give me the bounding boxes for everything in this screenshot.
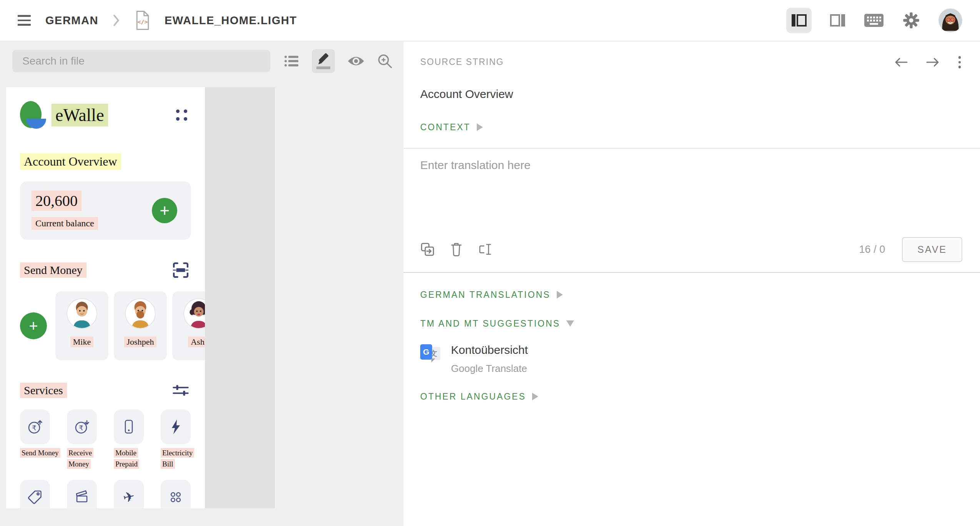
arrow-right-icon[interactable] [925,56,940,68]
expand-right-triangle-icon [532,393,538,400]
divider [403,148,980,149]
breadcrumb: GERMAN </> EWALLE_HOME.LIGHT [17,10,297,30]
google-translate-icon: 文 G [420,343,440,363]
source-text: Account Overview [420,88,963,101]
panel-left-icon[interactable] [786,8,812,33]
edit-pencil-icon[interactable] [312,49,335,73]
svg-text:</>: </> [138,18,148,25]
balance-card: 20,600 Current balance + [20,181,191,240]
contact-card-mike[interactable]: Mike [55,291,108,360]
contact-card-ashley[interactable]: Ashl [172,291,205,360]
zoom-in-icon[interactable] [377,53,393,69]
grid-dots-icon[interactable] [176,110,187,121]
services-string[interactable]: Services [20,383,67,398]
other-languages-label: OTHER LANGUAGES [420,392,526,402]
cashback-tag-icon [20,480,50,508]
service-label: Send Money [20,448,60,458]
electricity-icon [161,410,191,444]
contact-name: Ashl [188,337,205,347]
add-balance-button[interactable]: + [152,198,177,223]
suggestion-text: Kontoübersicht [451,343,528,357]
service-label: Receive Money [67,448,93,469]
save-button[interactable]: SAVE [902,237,962,262]
translation-editor-panel: SOURCE STRING Account Overview CONTEXT [403,41,980,526]
insert-text-icon[interactable] [478,242,493,256]
main-split: eWalle Account Overview 20,600 Current b… [0,41,980,526]
file-preview-panel: eWalle Account Overview 20,600 Current b… [0,41,403,526]
service-more-options[interactable]: More Options [161,480,191,508]
topbar: GERMAN </> EWALLE_HOME.LIGHT [0,0,980,41]
settings-gear-icon[interactable] [902,12,920,29]
breadcrumb-language[interactable]: GERMAN [45,14,98,27]
german-translations-toggle[interactable]: GERMAN TRANSLATIONS [420,290,963,300]
mt-suggestion-row[interactable]: 文 G Kontoübersicht Google Translate [420,343,963,375]
preview-toolbar [12,49,403,73]
add-contact-button[interactable]: + [20,312,47,339]
tm-mt-label: TM AND MT SUGGESTIONS [420,319,560,329]
tune-sliders-icon[interactable] [173,385,189,396]
contact-name: Joshpeh [124,337,157,347]
kebab-menu-icon[interactable] [957,55,963,70]
scan-icon[interactable] [173,262,189,278]
tm-mt-suggestions-toggle[interactable]: TM AND MT SUGGESTIONS [420,319,963,329]
phone-background-strip [205,87,275,508]
contacts-row: + Mike [20,291,191,360]
service-electricity-bill[interactable]: Electricity Bill [161,410,191,470]
breadcrumb-file[interactable]: EWALLE_HOME.LIGHT [165,14,297,27]
user-avatar[interactable] [938,8,962,32]
movie-clapper-icon [67,480,97,508]
send-money-icon: ₹ [20,410,50,444]
delete-trash-icon[interactable] [449,242,463,257]
file-code-icon: </> [135,10,151,30]
context-toggle[interactable]: CONTEXT [420,122,963,133]
list-view-icon[interactable] [284,55,299,67]
services-grid: ₹ Send Money ₹ [20,410,191,508]
balance-value-string[interactable]: 20,600 [32,191,82,211]
search-input[interactable] [12,50,270,72]
german-translations-label: GERMAN TRANSLATIONS [420,290,551,300]
translation-input[interactable] [420,159,963,232]
contact-avatar [184,299,205,328]
service-send-money[interactable]: ₹ Send Money [20,410,50,470]
svg-text:₹: ₹ [79,424,83,432]
ewalle-logo [20,100,45,129]
service-mobile-prepaid[interactable]: Mobile Prepaid [114,410,144,470]
keyboard-icon[interactable] [864,13,884,27]
account-overview-string[interactable]: Account Overview [20,153,121,170]
collapse-down-triangle-icon [566,320,574,327]
topbar-actions [786,8,962,33]
char-counter: 16 / 0 [859,244,885,256]
service-label: Electricity Bill [161,448,194,469]
service-flight-tickets[interactable]: ✈ Flight Tickets [114,480,144,508]
source-string-label: SOURCE STRING [420,57,504,67]
more-options-icon [161,480,191,508]
preview-eye-icon[interactable] [347,55,365,67]
arrow-left-icon[interactable] [894,56,908,68]
balance-label-string[interactable]: Current balance [32,217,98,230]
send-money-string[interactable]: Send Money [20,262,87,278]
expand-right-triangle-icon [557,291,563,299]
contact-name: Mike [70,337,93,347]
receive-money-icon: ₹ [67,410,97,444]
service-movie-tickets[interactable]: Movie Tickets [67,480,97,508]
phone-screen: eWalle Account Overview 20,600 Current b… [6,87,205,508]
flight-plane-icon: ✈ [114,480,144,508]
other-languages-toggle[interactable]: OTHER LANGUAGES [420,392,963,402]
expand-right-triangle-icon [477,123,483,131]
phone-screenshot-preview: eWalle Account Overview 20,600 Current b… [6,87,403,508]
context-label: CONTEXT [420,122,471,133]
app-name-string[interactable]: eWalle [52,104,108,126]
app: GERMAN </> EWALLE_HOME.LIGHT [0,0,980,526]
contact-avatar [67,299,97,328]
breadcrumb-chevron-icon [113,15,120,26]
contact-card-joshpeh[interactable]: Joshpeh [114,291,167,360]
copy-source-icon[interactable] [420,242,435,257]
panel-right-icon[interactable] [830,14,845,27]
mobile-prepaid-icon [114,410,144,444]
service-receive-money[interactable]: ₹ Receive Money [67,410,97,470]
menu-icon[interactable] [17,13,32,28]
suggestion-provider: Google Translate [451,363,528,375]
service-cashback-offer[interactable]: Cashback Offer [20,480,50,508]
service-label: Mobile Prepaid [114,448,139,469]
contact-avatar [126,299,155,328]
